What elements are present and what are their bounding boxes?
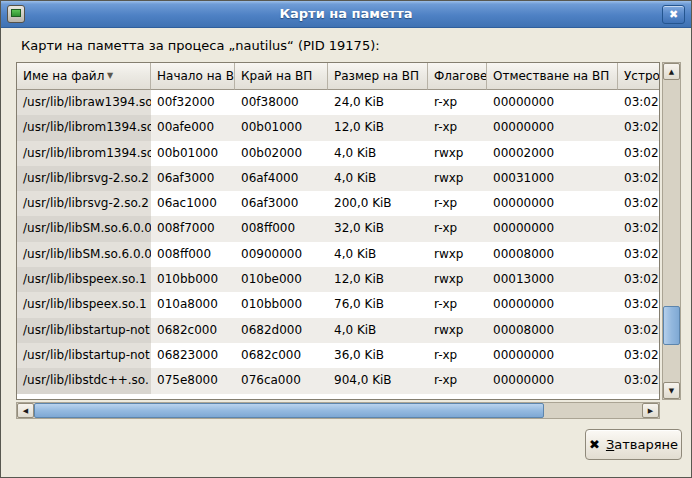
cell-filename: /usr/lib/libraw1394.so [17,90,151,115]
cell-vm-end: 06af4000 [235,166,328,191]
cell-vm-end: 00b01000 [235,115,328,140]
cell-flags: rwxp [428,242,487,267]
cell-vm-end: 008ff000 [235,216,328,241]
column-header-device[interactable]: Устройство [618,63,659,90]
column-header-vm-start[interactable]: Начало на ВП [151,63,235,90]
cell-vm-start: 010a8000 [151,292,235,317]
memory-maps-table: Име на файл ▼ Начало на ВП Край на ВП Ра… [16,62,660,400]
scroll-right-button[interactable]: ▶ [642,403,659,418]
scroll-down-button[interactable]: ▼ [663,382,680,399]
window-close-button[interactable]: ✖ [662,5,685,24]
column-header-label: Край на ВП [241,69,312,83]
table-row[interactable]: /usr/lib/libspeex.so.1 010a8000 010bb000… [17,292,659,317]
close-x-icon: ✖ [589,437,600,452]
cell-filename: /usr/lib/libspeex.so.1 [17,292,151,317]
close-button[interactable]: ✖ Затваряне [585,429,682,460]
cell-vm-size: 904,0 KiB [328,368,428,393]
column-header-filename[interactable]: Име на файл ▼ [17,63,151,90]
cell-filename: /usr/lib/libstartup-not [17,318,151,343]
cell-vm-size: 200,0 KiB [328,191,428,216]
cell-vm-size: 32,0 KiB [328,216,428,241]
column-header-vm-size[interactable]: Размер на ВП [328,63,428,90]
table-row[interactable]: /usr/lib/librsvg-2.so.2 06af3000 06af400… [17,166,659,191]
cell-vm-offset: 00008000 [487,318,618,343]
scroll-left-button[interactable]: ◀ [17,403,34,418]
close-icon: ✖ [669,8,678,21]
cell-vm-offset: 00002000 [487,141,618,166]
vertical-scrollbar[interactable]: ▲ ▼ [662,62,681,400]
sort-descending-icon: ▼ [107,63,113,89]
cell-device: 03:02 [618,216,659,241]
column-header-flags[interactable]: Флагове [428,63,487,90]
cell-vm-size: 4,0 KiB [328,141,428,166]
arrow-down-icon: ▼ [669,387,674,395]
table-row[interactable]: /usr/lib/libSM.so.6.0.0 008ff000 0090000… [17,242,659,267]
cell-vm-offset: 00031000 [487,166,618,191]
cell-vm-offset: 00008000 [487,242,618,267]
cell-vm-start: 06823000 [151,343,235,368]
arrow-right-icon: ▶ [648,407,653,415]
horizontal-scrollbar[interactable]: ◀ ▶ [16,402,660,419]
cell-flags: r-xp [428,191,487,216]
cell-filename: /usr/lib/libSM.so.6.0.0 [17,216,151,241]
table-row[interactable]: /usr/lib/librom1394.so 00b01000 00b02000… [17,141,659,166]
cell-device: 03:02 [618,368,659,393]
column-header-label: Флагове [434,69,487,83]
titlebar[interactable]: Карти на паметта ✖ [1,1,691,28]
cell-device: 03:02 [618,318,659,343]
column-header-vm-offset[interactable]: Отместване на ВП [487,63,618,90]
cell-vm-start: 00f32000 [151,90,235,115]
cell-device: 03:02 [618,90,659,115]
table-row[interactable]: /usr/lib/libraw1394.so 00f32000 00f38000… [17,90,659,115]
cell-vm-offset: 00000000 [487,292,618,317]
table-row[interactable]: /usr/lib/librsvg-2.so.2 06ac1000 06af300… [17,191,659,216]
cell-filename: /usr/lib/libstartup-not [17,343,151,368]
vertical-scrollbar-thumb[interactable] [663,306,680,345]
table-row[interactable]: /usr/lib/librom1394.so 00afe000 00b01000… [17,115,659,140]
cell-vm-start: 00afe000 [151,115,235,140]
cell-vm-end: 00900000 [235,242,328,267]
cell-flags: r-xp [428,216,487,241]
table-row[interactable]: /usr/lib/libSM.so.6.0.0 008f7000 008ff00… [17,216,659,241]
memory-maps-dialog: Карти на паметта ✖ Карти на паметта за п… [0,0,692,478]
cell-vm-start: 00b01000 [151,141,235,166]
cell-vm-start: 075e8000 [151,368,235,393]
cell-filename: /usr/lib/librom1394.so [17,141,151,166]
cell-vm-offset: 00000000 [487,115,618,140]
table-header-row: Име на файл ▼ Начало на ВП Край на ВП Ра… [17,63,659,90]
arrow-up-icon: ▲ [669,68,674,76]
cell-flags: r-xp [428,115,487,140]
cell-vm-start: 008f7000 [151,216,235,241]
cell-vm-end: 0682d000 [235,318,328,343]
column-header-label: Устройство [624,69,659,83]
cell-vm-end: 00b02000 [235,141,328,166]
cell-vm-size: 4,0 KiB [328,318,428,343]
cell-device: 03:02 [618,141,659,166]
cell-vm-offset: 00000000 [487,343,618,368]
horizontal-scrollbar-thumb[interactable] [34,403,544,418]
cell-vm-start: 06af3000 [151,166,235,191]
cell-device: 03:02 [618,343,659,368]
cell-flags: r-xp [428,292,487,317]
cell-filename: /usr/lib/libspeex.so.1 [17,267,151,292]
table-row[interactable]: /usr/lib/libstartup-not 06823000 0682c00… [17,343,659,368]
column-header-vm-end[interactable]: Край на ВП [235,63,328,90]
cell-vm-size: 12,0 KiB [328,115,428,140]
table-row[interactable]: /usr/lib/libstdc++.so. 075e8000 076ca000… [17,368,659,393]
table-row[interactable]: /usr/lib/libspeex.so.1 010bb000 010be000… [17,267,659,292]
cell-vm-end: 010be000 [235,267,328,292]
cell-vm-start: 010bb000 [151,267,235,292]
cell-flags: r-xp [428,343,487,368]
cell-vm-start: 06ac1000 [151,191,235,216]
cell-device: 03:02 [618,191,659,216]
scroll-up-button[interactable]: ▲ [663,63,680,80]
cell-filename: /usr/lib/libSM.so.6.0.0 [17,242,151,267]
cell-vm-end: 06af3000 [235,191,328,216]
process-maps-label: Карти на паметта за процеса „nautilus“ (… [21,38,380,53]
cell-flags: r-xp [428,368,487,393]
cell-vm-size: 12,0 KiB [328,267,428,292]
cell-flags: r-xp [428,90,487,115]
cell-device: 03:02 [618,242,659,267]
table-row[interactable]: /usr/lib/libstartup-not 0682c000 0682d00… [17,318,659,343]
cell-vm-size: 36,0 KiB [328,343,428,368]
